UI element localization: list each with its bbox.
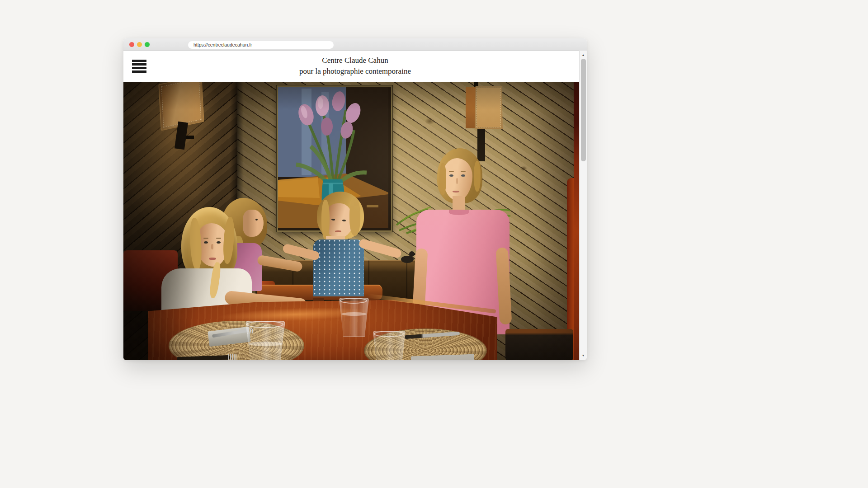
url-bar[interactable]: https://centreclaudecahun.fr [188, 41, 334, 49]
close-window-button[interactable] [129, 42, 134, 47]
girl4-neckline [449, 210, 469, 215]
water-glass-center-waterline [341, 312, 367, 316]
browser-toolbar: https://centreclaudecahun.fr [123, 38, 587, 51]
girl4-nose-shadow [456, 178, 458, 184]
girl1-brow-right [216, 238, 221, 239]
girl3-mouth [335, 230, 341, 232]
scrollbar-thumb[interactable] [581, 59, 586, 161]
site-header: Centre Claude Cahun pour la photographie… [123, 51, 579, 82]
girl1-eye-right [217, 241, 221, 244]
water-glass-center [339, 298, 369, 337]
site-title-line1: Centre Claude Cahun [123, 55, 587, 66]
girl4-hair-side-left [439, 163, 446, 195]
water-glass-left-rim [246, 321, 283, 328]
water-glass-left-waterline [248, 342, 283, 346]
scrollbar-track[interactable]: ▲ ▼ [579, 51, 587, 360]
water-glass-left [245, 321, 285, 360]
site-title-line2: pour la photographie contemporaine [123, 66, 587, 77]
scrollbar-up-arrow-icon[interactable]: ▲ [580, 52, 587, 59]
maximize-window-button[interactable] [145, 42, 150, 47]
girl4-mouth [453, 191, 459, 192]
water-glass-center-rim [340, 298, 367, 304]
girl1-eye-left [204, 241, 208, 244]
girl4-brow-left [449, 171, 454, 172]
girl4-hair-side-right [474, 161, 481, 192]
red-chair-edge-strip [574, 82, 579, 360]
girl1-nose-shadow [211, 244, 213, 249]
girl4-eye-left [449, 174, 453, 177]
browser-window: https://centreclaudecahun.fr Centre Clau… [123, 38, 587, 360]
fork-foreground-tines [228, 354, 236, 360]
site-title: Centre Claude Cahun pour la photographie… [123, 55, 587, 77]
girl1-brow-left [203, 238, 208, 239]
girl1-mouth [209, 258, 216, 260]
girl4-eye-right [461, 174, 465, 177]
girl3-hair-front-left [321, 200, 330, 239]
left-sconce-arm [186, 136, 194, 139]
girl3-hair-front-right [349, 198, 360, 236]
scrollbar-down-arrow-icon[interactable]: ▼ [580, 352, 587, 359]
bird-figurine [400, 249, 416, 264]
water-glass-right-rim [374, 331, 404, 337]
girl2-face [243, 210, 264, 237]
girl2-eye [255, 219, 258, 221]
right-sconce-lamp-shade [475, 86, 503, 129]
leather-chair-seat [505, 329, 573, 360]
right-sconce-bracket [477, 129, 485, 161]
girl4-brow-right [461, 171, 466, 172]
hero-photo [123, 82, 579, 360]
minimize-window-button[interactable] [137, 42, 142, 47]
girl3-floral-dress [313, 239, 364, 296]
right-sconce-side [466, 87, 476, 128]
water-glass-right [373, 331, 406, 360]
